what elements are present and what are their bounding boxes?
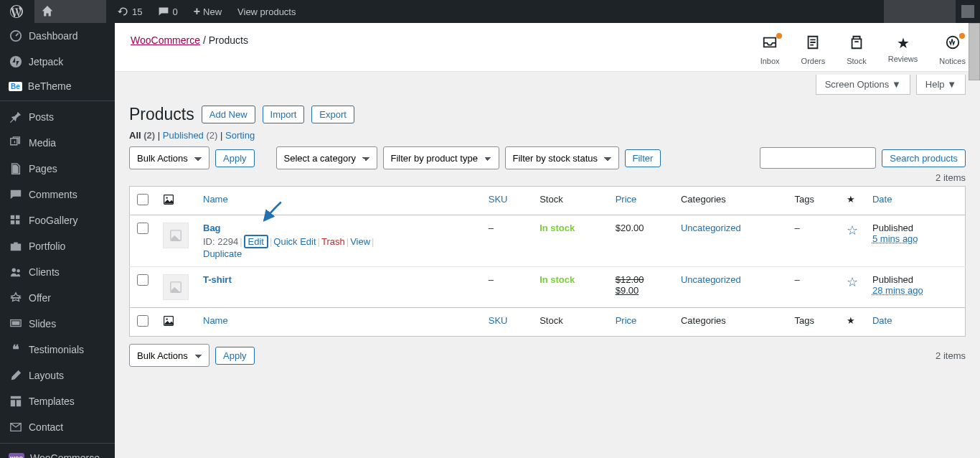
sidebar-item-foogallery[interactable]: FooGallery	[0, 207, 115, 233]
inbox-icon-link[interactable]: Inbox	[760, 34, 780, 65]
user-greeting[interactable]	[884, 0, 956, 23]
featured-toggle[interactable]: ☆	[847, 223, 858, 238]
export-button[interactable]: Export	[311, 106, 354, 123]
add-new-button[interactable]: Add New	[202, 106, 255, 123]
category-select[interactable]: Select a category	[276, 146, 377, 169]
sidebar-item-jetpack[interactable]: Jetpack	[0, 49, 115, 75]
new-link[interactable]: + New	[189, 0, 226, 23]
orders-icon-link[interactable]: Orders	[801, 34, 826, 65]
col-price-foot[interactable]: Price	[616, 315, 637, 326]
sidebar-label: Portfolio	[29, 240, 65, 252]
topicon-label: Stock	[847, 57, 867, 65]
plus-icon: +	[194, 5, 200, 18]
notices-icon-link[interactable]: Notices	[939, 34, 966, 65]
featured-toggle[interactable]: ☆	[847, 275, 858, 289]
sidebar-label: Media	[29, 137, 56, 149]
category-link[interactable]: Uncategorized	[681, 223, 741, 233]
svg-rect-9	[12, 321, 20, 324]
sidebar-item-clients[interactable]: Clients	[0, 259, 115, 285]
comment-icon	[158, 6, 169, 17]
sidebar-item-templates[interactable]: Templates	[0, 388, 115, 414]
filter-all[interactable]: All (2)	[129, 130, 155, 141]
help-tab[interactable]: Help ▼	[916, 75, 966, 95]
comments-link[interactable]: 0	[154, 0, 182, 23]
refresh-icon	[118, 6, 129, 17]
view-products-link[interactable]: View products	[233, 0, 300, 23]
betheme-icon: Be	[9, 82, 22, 91]
sidebar-item-layouts[interactable]: Layouts	[0, 363, 115, 388]
scrollbar[interactable]	[969, 23, 980, 80]
screen-options-tab[interactable]: Screen Options ▼	[816, 75, 910, 95]
wp-logo[interactable]	[6, 0, 27, 23]
col-sku[interactable]: SKU	[489, 194, 508, 205]
bulk-actions-select-bottom[interactable]: Bulk Actions	[129, 344, 209, 367]
updates-link[interactable]: 15	[113, 0, 146, 23]
import-button[interactable]: Import	[263, 106, 305, 123]
product-name-link[interactable]: T-shirt	[203, 274, 232, 285]
admin-sidebar: Dashboard Jetpack BeBeTheme Posts Media …	[0, 23, 115, 458]
col-price[interactable]: Price	[616, 194, 637, 205]
product-name-link[interactable]: Bag	[203, 223, 221, 233]
sidebar-item-betheme[interactable]: BeBeTheme	[0, 75, 115, 98]
orders-icon	[805, 34, 821, 54]
products-table: Name SKU Stock Price Categories Tags ★ D…	[129, 186, 966, 337]
filter-button[interactable]: Filter	[625, 149, 661, 167]
apply-button-bottom[interactable]: Apply	[215, 347, 255, 365]
sidebar-item-comments[interactable]: Comments	[0, 182, 115, 207]
sidebar-item-dashboard[interactable]: Dashboard	[0, 23, 115, 49]
sidebar-item-offer[interactable]: Offer	[0, 285, 115, 311]
svg-rect-3	[16, 215, 19, 219]
col-name-foot[interactable]: Name	[203, 315, 228, 326]
col-date[interactable]: Date	[872, 194, 892, 205]
svg-rect-12	[17, 400, 21, 406]
templates-icon	[9, 394, 23, 408]
select-all-top[interactable]	[137, 194, 149, 205]
breadcrumb-sep: /	[203, 34, 206, 46]
dashboard-icon	[9, 29, 23, 43]
site-home[interactable]	[34, 0, 106, 23]
quick-edit-link[interactable]: Quick Edit	[273, 236, 316, 247]
svg-point-15	[166, 197, 167, 198]
view-link[interactable]: View	[350, 236, 370, 247]
sidebar-item-woocommerce[interactable]: wooWooCommerce	[0, 447, 115, 458]
col-sku-foot[interactable]: SKU	[489, 315, 508, 326]
product-thumb[interactable]	[163, 274, 189, 300]
search-input[interactable]	[760, 147, 876, 169]
product-thumb[interactable]	[163, 223, 189, 248]
sidebar-item-posts[interactable]: Posts	[0, 104, 115, 130]
sidebar-item-portfolio[interactable]: Portfolio	[0, 233, 115, 259]
filter-sorting[interactable]: Sorting	[225, 130, 255, 141]
col-name[interactable]: Name	[203, 194, 228, 205]
sidebar-item-testimonials[interactable]: ❝Testimonials	[0, 337, 115, 363]
bulk-actions-select-top[interactable]: Bulk Actions	[129, 146, 209, 169]
search-products-button[interactable]: Search products	[882, 149, 966, 167]
row-checkbox[interactable]	[137, 274, 149, 286]
breadcrumb-woocommerce[interactable]: WooCommerce	[131, 34, 200, 46]
svg-point-1	[10, 56, 22, 67]
sidebar-item-contact[interactable]: Contact	[0, 414, 115, 440]
edit-link[interactable]: Edit	[248, 236, 264, 247]
col-date-foot[interactable]: Date	[872, 315, 892, 326]
sidebar-label: Dashboard	[29, 30, 78, 42]
sidebar-item-slides[interactable]: Slides	[0, 311, 115, 337]
trash-link[interactable]: Trash	[321, 236, 345, 247]
reviews-icon-link[interactable]: ★Reviews	[888, 34, 918, 65]
apply-button-top[interactable]: Apply	[215, 149, 255, 167]
sidebar-label: Clients	[29, 266, 60, 278]
topicon-label: Notices	[939, 57, 966, 65]
category-link[interactable]: Uncategorized	[681, 274, 741, 285]
sidebar-item-media[interactable]: Media	[0, 130, 115, 156]
sidebar-item-pages[interactable]: Pages	[0, 156, 115, 182]
screen-options-label: Screen Options	[825, 79, 890, 90]
svg-point-6	[12, 268, 16, 272]
filter-published[interactable]: Published (2)	[163, 130, 218, 141]
row-checkbox[interactable]	[137, 223, 149, 234]
date-value: 5 mins ago	[872, 233, 918, 244]
stock-icon-link[interactable]: Stock	[847, 34, 867, 65]
product-type-select[interactable]: Filter by product type	[383, 146, 499, 169]
svg-point-19	[166, 318, 167, 319]
stock-status-select[interactable]: Filter by stock status	[505, 146, 619, 169]
user-avatar[interactable]	[961, 5, 974, 18]
duplicate-link[interactable]: Duplicate	[203, 248, 242, 259]
select-all-bottom[interactable]	[137, 315, 149, 327]
